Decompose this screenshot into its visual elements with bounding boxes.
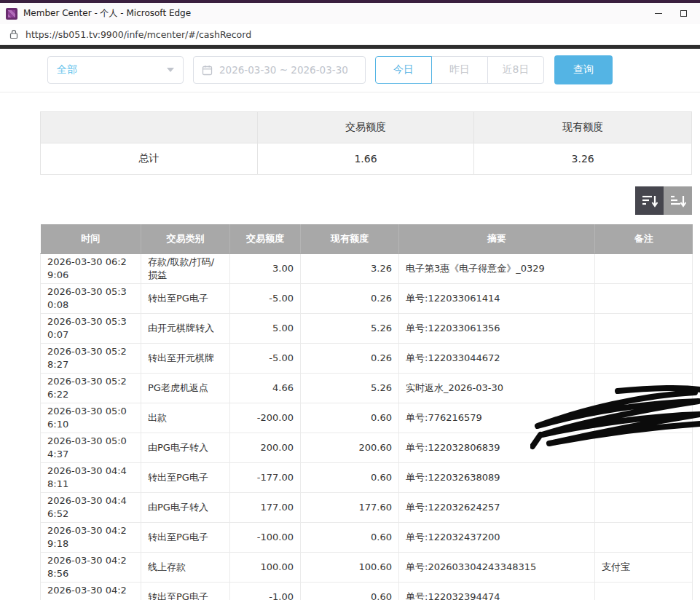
- cell-remark: [595, 403, 693, 433]
- cell-summary: 单号:122032437200: [399, 522, 595, 552]
- url-text: https://sb051.tv:9900/infe/mcenter/#/cas…: [25, 29, 251, 40]
- cash-table-body: 2026-03-30 06:29:06存款/取款/打码/损益3.003.26电子…: [41, 253, 693, 600]
- cell-remark: [595, 582, 693, 600]
- cell-summary: 单号:122032638089: [399, 462, 595, 492]
- cell-balance: 0.26: [301, 283, 399, 313]
- col-header-balance: 现有额度: [301, 224, 399, 253]
- cell-time: 2026-03-30 06:29:06: [41, 253, 141, 283]
- summary-header-trade: 交易额度: [257, 112, 474, 143]
- cell-summary: 实时返水_2026-03-30: [399, 373, 595, 403]
- cell-type: 出款: [141, 403, 230, 433]
- cell-time: 2026-03-30 05:04:37: [41, 433, 141, 462]
- cell-summary: 单号:122033044672: [399, 343, 595, 373]
- window-titlebar: Member Center - 个人 - Microsoft Edge: [0, 3, 700, 24]
- category-selected-value: 全部: [57, 63, 77, 76]
- cell-type: 转出至PG电子: [141, 582, 230, 600]
- cell-time: 2026-03-30 04:28:56: [41, 552, 141, 582]
- cell-amount: -200.00: [230, 403, 301, 433]
- cell-amount: -177.00: [230, 462, 301, 492]
- cell-amount: 5.00: [230, 313, 301, 343]
- cell-time: 2026-03-30 05:30:08: [41, 283, 141, 313]
- cell-remark: [595, 283, 693, 313]
- quick-btn-today[interactable]: 今日: [375, 56, 432, 84]
- summary-header-empty: [41, 112, 258, 143]
- summary-table: 交易额度 现有额度 总计 1.66 3.26: [40, 111, 692, 175]
- filter-bar: 全部 2026-03-30 ~ 2026-03-30 今日 昨日 近8日 查询: [0, 49, 700, 92]
- cell-type: 由PG电子转入: [141, 492, 230, 522]
- table-row: 2026-03-30 04:29:18转出至PG电子-100.000.60单号:…: [41, 522, 693, 552]
- cell-balance: 0.60: [301, 403, 399, 433]
- minimize-icon: [655, 13, 662, 14]
- site-security-icon: [9, 29, 19, 39]
- cell-time: 2026-03-30 05:30:07: [41, 313, 141, 343]
- sort-descending-button[interactable]: [635, 186, 664, 215]
- summary-section: 交易额度 现有额度 总计 1.66 3.26: [40, 111, 692, 175]
- cell-amount: 100.00: [230, 552, 301, 582]
- category-select[interactable]: 全部: [47, 56, 184, 84]
- table-row: 2026-03-30 05:26:22PG老虎机返点4.665.26实时返水_2…: [41, 373, 693, 403]
- summary-total-row: 总计 1.66 3.26: [41, 143, 692, 175]
- quick-range-group: 今日 昨日 近8日: [375, 56, 544, 84]
- edge-app-icon: [6, 8, 17, 20]
- sort-ascending-button[interactable]: [664, 186, 692, 215]
- cell-balance: 5.26: [301, 373, 399, 403]
- table-row: 2026-03-30 04:25:34转出至PG电子-1.000.60单号:12…: [41, 582, 693, 600]
- cell-balance: 100.60: [301, 552, 399, 582]
- cell-amount: -100.00: [230, 522, 301, 552]
- table-row: 2026-03-30 05:06:10出款-200.000.60单号:77621…: [41, 403, 693, 433]
- cell-time: 2026-03-30 04:25:34: [41, 582, 141, 600]
- cell-amount: -1.00: [230, 582, 301, 600]
- col-header-time: 时间: [41, 224, 141, 253]
- cash-record-section: 时间 交易类别 交易额度 现有额度 摘要 备注 2026-03-30 06:29…: [40, 224, 692, 600]
- cell-summary: 单号:122032624257: [399, 492, 595, 522]
- cell-remark: [595, 492, 693, 522]
- cell-type: PG老虎机返点: [141, 373, 230, 403]
- cell-balance: 177.60: [301, 492, 399, 522]
- table-row: 2026-03-30 04:48:11转出至PG电子-177.000.60单号:…: [41, 462, 693, 492]
- cell-summary: 电子第3惠《电子得意金》_0329: [399, 253, 595, 283]
- cell-balance: 0.60: [301, 462, 399, 492]
- summary-trade-total: 1.66: [257, 143, 474, 175]
- table-row: 2026-03-30 05:30:08转出至PG电子-5.000.26单号:12…: [41, 283, 693, 313]
- cell-time: 2026-03-30 04:29:18: [41, 522, 141, 552]
- cell-type: 转出至PG电子: [141, 283, 230, 313]
- cell-type: 存款/取款/打码/损益: [141, 253, 230, 283]
- cell-summary: 单号:122032394474: [399, 582, 595, 600]
- table-row: 2026-03-30 05:30:07由开元棋牌转入5.005.26单号:122…: [41, 313, 693, 343]
- summary-header-row: 交易额度 现有额度: [41, 112, 692, 143]
- summary-total-label: 总计: [41, 143, 258, 175]
- quick-btn-yesterday[interactable]: 昨日: [431, 56, 488, 84]
- cell-time: 2026-03-30 04:46:52: [41, 492, 141, 522]
- cell-remark: [595, 313, 693, 343]
- date-range-input[interactable]: 2026-03-30 ~ 2026-03-30: [193, 56, 366, 84]
- table-row: 2026-03-30 04:46:52由PG电子转入177.00177.60单号…: [41, 492, 693, 522]
- cell-balance: 0.60: [301, 582, 399, 600]
- cell-amount: 4.66: [230, 373, 301, 403]
- col-header-summary: 摘要: [399, 224, 595, 253]
- table-row: 2026-03-30 04:28:56线上存款100.00100.60单号:20…: [41, 552, 693, 582]
- cell-amount: -5.00: [230, 343, 301, 373]
- maximize-button[interactable]: [671, 3, 696, 24]
- address-bar[interactable]: https://sb051.tv:9900/infe/mcenter/#/cas…: [0, 24, 700, 45]
- cell-time: 2026-03-30 05:06:10: [41, 403, 141, 433]
- cell-type: 转出至PG电子: [141, 522, 230, 552]
- window-title: Member Center - 个人 - Microsoft Edge: [23, 7, 646, 20]
- cell-remark: [595, 373, 693, 403]
- chevron-down-icon: [167, 68, 174, 72]
- minimize-button[interactable]: [646, 3, 671, 24]
- cell-balance: 5.26: [301, 313, 399, 343]
- cell-type: 线上存款: [141, 552, 230, 582]
- cell-summary: 单号:776216579: [399, 403, 595, 433]
- cell-summary: 单号:122032806839: [399, 433, 595, 462]
- cell-amount: 177.00: [230, 492, 301, 522]
- cell-amount: 200.00: [230, 433, 301, 462]
- cell-balance: 3.26: [301, 253, 399, 283]
- cell-summary: 单号:122033061414: [399, 283, 595, 313]
- search-button[interactable]: 查询: [554, 55, 613, 84]
- quick-btn-last8days[interactable]: 近8日: [487, 56, 544, 84]
- table-row: 2026-03-30 05:28:27转出至开元棋牌-5.000.26单号:12…: [41, 343, 693, 373]
- table-row: 2026-03-30 06:29:06存款/取款/打码/损益3.003.26电子…: [41, 253, 693, 283]
- cell-balance: 0.26: [301, 343, 399, 373]
- col-header-remark: 备注: [595, 224, 693, 253]
- summary-header-balance: 现有额度: [474, 112, 692, 143]
